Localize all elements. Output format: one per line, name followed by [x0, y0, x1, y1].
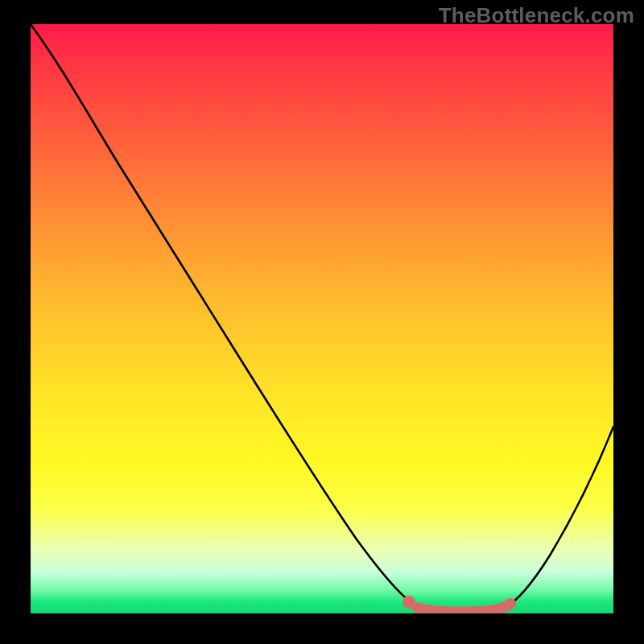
plot-area: [31, 24, 613, 613]
watermark-text: TheBottleneck.com: [439, 3, 634, 28]
curve-svg: [31, 24, 613, 613]
optimal-zone-highlight: [417, 605, 508, 612]
chart-frame: TheBottleneck.com: [0, 0, 644, 644]
highlight-end-dot: [505, 598, 516, 609]
bottleneck-curve: [31, 24, 613, 612]
